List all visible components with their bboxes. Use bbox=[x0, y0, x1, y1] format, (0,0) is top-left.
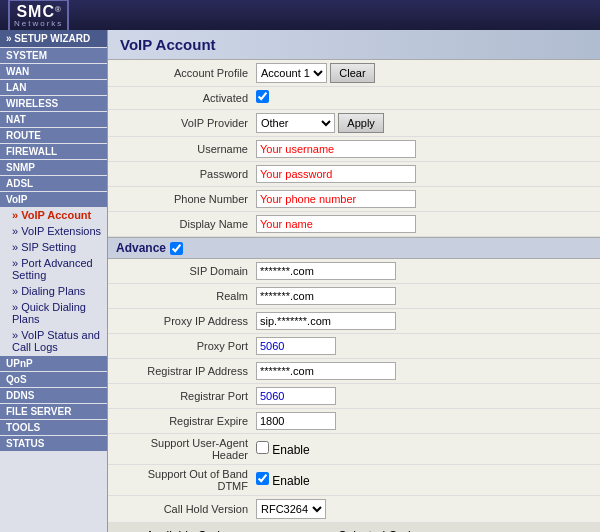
activated-label: Activated bbox=[116, 92, 256, 104]
proxy-port-row: Proxy Port bbox=[108, 334, 600, 359]
password-row: Password bbox=[108, 162, 600, 187]
advance-label: Advance bbox=[116, 241, 166, 255]
call-hold-value: RFC3264 RFC2543 bbox=[256, 499, 592, 519]
phone-number-label: Phone Number bbox=[116, 193, 256, 205]
activated-row: Activated bbox=[108, 87, 600, 110]
advance-header: Advance bbox=[108, 237, 600, 259]
username-row: Username bbox=[108, 137, 600, 162]
sidebar-section[interactable]: TOOLS bbox=[0, 420, 107, 435]
phone-number-input[interactable] bbox=[256, 190, 416, 208]
sidebar-item[interactable]: » VoIP Extensions bbox=[0, 223, 107, 239]
account-profile-row: Account Profile Account 1 Account 2 Clea… bbox=[108, 60, 600, 87]
out-of-band-checkbox[interactable] bbox=[256, 472, 269, 485]
sidebar-item[interactable]: » SIP Setting bbox=[0, 239, 107, 255]
proxy-ip-value bbox=[256, 312, 592, 330]
registrar-expire-row: Registrar Expire bbox=[108, 409, 600, 434]
main-content: VoIP Account Account Profile Account 1 A… bbox=[108, 30, 600, 532]
sidebar-section[interactable]: WIRELESS bbox=[0, 96, 107, 111]
voip-provider-label: VoIP Provider bbox=[116, 117, 256, 129]
display-name-input[interactable] bbox=[256, 215, 416, 233]
user-agent-checkbox[interactable] bbox=[256, 441, 269, 454]
call-hold-select[interactable]: RFC3264 RFC2543 bbox=[256, 499, 326, 519]
layout: » SETUP WIZARD SYSTEMWANLANWIRELESSNATRO… bbox=[0, 30, 600, 532]
sidebar-section[interactable]: QoS bbox=[0, 372, 107, 387]
password-label: Password bbox=[116, 168, 256, 180]
sidebar-section[interactable]: DDNS bbox=[0, 388, 107, 403]
sidebar-section[interactable]: FILE SERVER bbox=[0, 404, 107, 419]
sip-domain-value bbox=[256, 262, 592, 280]
activated-checkbox[interactable] bbox=[256, 90, 269, 103]
proxy-ip-label: Proxy IP Address bbox=[116, 315, 256, 327]
sidebar-section[interactable]: SNMP bbox=[0, 160, 107, 175]
voip-provider-value: Other Vonage BroadVoice Apply bbox=[256, 113, 592, 133]
sidebar-section[interactable]: VoIP bbox=[0, 192, 107, 207]
registrar-expire-value bbox=[256, 412, 592, 430]
user-agent-value: Enable bbox=[256, 441, 592, 457]
setup-wizard-link[interactable]: » SETUP WIZARD bbox=[0, 30, 107, 47]
user-agent-enable-label: Enable bbox=[272, 443, 309, 457]
top-bar: SMC® Networks bbox=[0, 0, 600, 30]
registrar-ip-label: Registrar IP Address bbox=[116, 365, 256, 377]
proxy-port-label: Proxy Port bbox=[116, 340, 256, 352]
sidebar-item[interactable]: » VoIP Status and Call Logs bbox=[0, 327, 107, 355]
registrar-ip-value bbox=[256, 362, 592, 380]
sidebar-section[interactable]: STATUS bbox=[0, 436, 107, 451]
apply-button[interactable]: Apply bbox=[338, 113, 384, 133]
form-area: Account Profile Account 1 Account 2 Clea… bbox=[108, 60, 600, 532]
user-agent-row: Support User-Agent Header Enable bbox=[108, 434, 600, 465]
voip-provider-select[interactable]: Other Vonage BroadVoice bbox=[256, 113, 335, 133]
sidebar: » SETUP WIZARD SYSTEMWANLANWIRELESSNATRO… bbox=[0, 30, 108, 532]
sidebar-item[interactable]: » VoIP Account bbox=[0, 207, 107, 223]
proxy-ip-row: Proxy IP Address bbox=[108, 309, 600, 334]
networks-text: Networks bbox=[14, 19, 63, 28]
proxy-ip-input[interactable] bbox=[256, 312, 396, 330]
phone-number-value bbox=[256, 190, 592, 208]
activated-value bbox=[256, 90, 592, 106]
out-of-band-row: Support Out of Band DTMF Enable bbox=[108, 465, 600, 496]
registrar-expire-input[interactable] bbox=[256, 412, 336, 430]
sidebar-item[interactable]: » Quick Dialing Plans bbox=[0, 299, 107, 327]
registrar-port-label: Registrar Port bbox=[116, 390, 256, 402]
registrar-ip-input[interactable] bbox=[256, 362, 396, 380]
registrar-port-value bbox=[256, 387, 592, 405]
realm-input[interactable] bbox=[256, 287, 396, 305]
call-hold-label: Call Hold Version bbox=[116, 503, 256, 515]
smc-logo-text: SMC bbox=[16, 3, 55, 20]
clear-button[interactable]: Clear bbox=[330, 63, 374, 83]
sip-domain-label: SIP Domain bbox=[116, 265, 256, 277]
registrar-port-input[interactable] bbox=[256, 387, 336, 405]
out-of-band-value: Enable bbox=[256, 472, 592, 488]
sidebar-section[interactable]: UPnP bbox=[0, 356, 107, 371]
account-profile-value: Account 1 Account 2 Clear bbox=[256, 63, 592, 83]
sidebar-item[interactable]: » Port Advanced Setting bbox=[0, 255, 107, 283]
sidebar-section[interactable]: FIREWALL bbox=[0, 144, 107, 159]
username-input[interactable] bbox=[256, 140, 416, 158]
sidebar-section[interactable]: LAN bbox=[0, 80, 107, 95]
sidebar-section[interactable]: ADSL bbox=[0, 176, 107, 191]
proxy-port-value bbox=[256, 337, 592, 355]
realm-label: Realm bbox=[116, 290, 256, 302]
account-profile-select[interactable]: Account 1 Account 2 bbox=[256, 63, 327, 83]
sidebar-items: SYSTEMWANLANWIRELESSNATROUTEFIREWALLSNMP… bbox=[0, 48, 107, 451]
display-name-row: Display Name bbox=[108, 212, 600, 237]
sip-domain-row: SIP Domain bbox=[108, 259, 600, 284]
display-name-value bbox=[256, 215, 592, 233]
realm-row: Realm bbox=[108, 284, 600, 309]
codecs-section: Available Codecs Selected Codecs >> << G… bbox=[108, 523, 600, 532]
username-value bbox=[256, 140, 592, 158]
proxy-port-input[interactable] bbox=[256, 337, 336, 355]
password-value bbox=[256, 165, 592, 183]
voip-provider-row: VoIP Provider Other Vonage BroadVoice Ap… bbox=[108, 110, 600, 137]
user-agent-label: Support User-Agent Header bbox=[116, 437, 256, 461]
sidebar-section[interactable]: WAN bbox=[0, 64, 107, 79]
out-of-band-label: Support Out of Band DTMF bbox=[116, 468, 256, 492]
username-label: Username bbox=[116, 143, 256, 155]
advance-checkbox[interactable] bbox=[170, 242, 183, 255]
sidebar-item[interactable]: » Dialing Plans bbox=[0, 283, 107, 299]
sip-domain-input[interactable] bbox=[256, 262, 396, 280]
smc-logo: SMC® Networks bbox=[8, 0, 69, 32]
password-input[interactable] bbox=[256, 165, 416, 183]
sidebar-section[interactable]: ROUTE bbox=[0, 128, 107, 143]
sidebar-section[interactable]: SYSTEM bbox=[0, 48, 107, 63]
sidebar-section[interactable]: NAT bbox=[0, 112, 107, 127]
